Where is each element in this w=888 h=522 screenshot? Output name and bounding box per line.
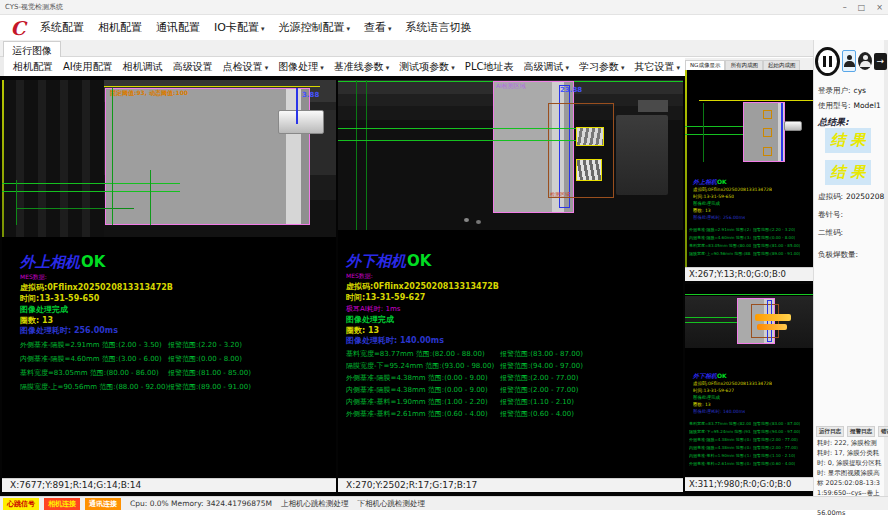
threshold-overlay-text: 固定阈值:93, 动态阈值:100: [110, 89, 188, 98]
menu-camera-config[interactable]: 相机配置: [91, 20, 149, 35]
alarm-range: 报警范围:(81.00 - 85.00): [168, 368, 251, 378]
tool-camera-debug[interactable]: 相机调试: [118, 60, 168, 74]
mini-mark: [763, 110, 772, 119]
mini-proc: 图像处理耗时: 140.00ms: [693, 409, 745, 414]
menu-system-config[interactable]: 系统配置: [33, 20, 91, 35]
thumb-tab-start-frames[interactable]: 起始内成图: [763, 60, 801, 70]
result-badge-upper: 结 果: [825, 128, 871, 153]
camera-connect-badge: 相机连接: [44, 498, 80, 510]
virtual-code-line: 虚拟码:0Fflinx2025020813313472B: [346, 281, 499, 292]
minimize-button[interactable]: –: [843, 3, 847, 12]
highlight-mark: [755, 314, 791, 321]
mini-measurement: 报警范围:(89.00 - 91.00): [753, 251, 800, 256]
chevron-down-icon: ▾: [320, 64, 324, 72]
ok-status: OK: [407, 252, 431, 270]
mini-mark: [763, 128, 772, 137]
camera-image-left[interactable]: 固定阈值:93, 动态阈值:100 3.88: [2, 80, 336, 237]
mini-loops: 圈数: 13: [693, 402, 711, 407]
menu-view[interactable]: 查看▾: [357, 20, 399, 35]
tool-advanced-settings[interactable]: 高级设置: [168, 60, 218, 74]
thumbnail-lower-camera[interactable]: 外下相机OK 虚拟码:0Fflinx2025020813313472B 时间:1…: [685, 284, 813, 477]
close-button[interactable]: ×: [876, 3, 883, 12]
mini-time: 时间:13-31-59-627: [693, 388, 734, 393]
tool-ai-usage-config[interactable]: AI使用配置: [58, 60, 118, 74]
alarm-range: 报警范围:(0.00 - 8.00): [168, 354, 242, 364]
measurement-value: 基料宽度=83.05mm 范围:(80.00 - 86.00): [20, 368, 159, 378]
thumb-tab-ng-display[interactable]: NG成像显示: [685, 60, 725, 70]
pause-button[interactable]: [815, 47, 840, 76]
green-measure-line: [2, 183, 180, 184]
mini-mark: [763, 147, 772, 156]
log-tab-alarm[interactable]: 报警日志: [847, 426, 875, 437]
login-user-button[interactable]: [842, 50, 856, 72]
ai-time-line: 极耳AI耗时: 1ms: [346, 304, 400, 314]
green-measure-line: [16, 180, 17, 225]
alarm-range: 报警范围:(2.00 - 77.00): [500, 385, 578, 395]
blue-measure-label: 23.88: [560, 86, 582, 94]
tool-learning-params[interactable]: 学习参数▾: [574, 60, 630, 74]
window-title: CYS-视觉检测系统: [5, 2, 63, 12]
chevron-down-icon: ▾: [265, 64, 269, 72]
cursor-status-thumb1: X:267;Y:13;R:0;G:0;B:0: [685, 267, 813, 281]
tool-baseline-params[interactable]: 基准线参数▾: [329, 60, 395, 74]
green-measure-line: [685, 322, 737, 323]
measurement-value: 隔膜宽度-下=95.24mm 范围:(93.00 - 98.00): [346, 361, 494, 371]
cursor-status-thumb2: X:311;Y:980;R:0;G:0;B:0: [685, 477, 813, 491]
highlight-mark: [757, 324, 787, 330]
log-tab-run[interactable]: 运行日志: [816, 426, 844, 437]
tool-image-processing[interactable]: 图像处理▾: [273, 60, 329, 74]
tool-camera-config[interactable]: 相机配置: [8, 60, 58, 74]
mini-measurement: 外侧基准-隔膜=4.38mm 范围:(0.00 - 9.00): [689, 437, 751, 442]
ok-status: OK: [81, 253, 105, 271]
menu-language-switch[interactable]: 系统语言切换: [398, 20, 478, 35]
mini-camera-title: 外下相机OK: [693, 372, 727, 381]
cursor-status-left: X:7677;Y:891;R:14;G:14;B:14: [2, 478, 336, 492]
alarm-range: 报警范围:(1.10 - 2.10): [500, 397, 574, 407]
tab-roi-rect: [751, 304, 779, 338]
tool-test-params[interactable]: 测试项参数▾: [394, 60, 460, 74]
log-tab-error[interactable]: 错误日志: [878, 426, 888, 437]
tab-roi-rect: [548, 103, 614, 198]
measurement-value: 外侧基准-基料=2.61mm 范围:(0.60 - 4.00): [346, 409, 488, 419]
tab-detect-rect: [576, 159, 602, 181]
camera-title-middle: 外下相机OK: [346, 252, 431, 271]
machine-dot: [464, 218, 469, 222]
camera-image-middle[interactable]: AI检测区域 23.88 检测区域: [338, 80, 683, 230]
mini-measurement: 外侧基准-基料=2.61mm 范围:(0.60 - 4.00): [689, 461, 751, 466]
mini-code: 虚拟码:0Fflinx2025020813313472B: [693, 187, 772, 192]
operator-button[interactable]: [858, 50, 872, 72]
tab-detect-rect: [576, 127, 604, 146]
tool-plc-address-table[interactable]: PLC地址表: [460, 60, 519, 74]
mes-label: MES数据:: [20, 273, 47, 282]
blue-measure-rect: [767, 300, 772, 342]
thumbnail-upper-camera[interactable]: 外上相机OK 虚拟码:0Fflinx2025020813313472B 时间:1…: [685, 70, 813, 267]
login-user-row: 登录用户:cys: [818, 86, 866, 96]
green-measure-line: [338, 128, 576, 129]
mini-measurement: 内侧基准-隔膜=4.60mm 范围:(3.00 - 6.00): [689, 235, 751, 240]
measurement-value: 内侧基准-隔膜=4.38mm 范围:(0.00 - 9.00): [346, 385, 488, 395]
green-measure-line: [703, 103, 704, 162]
edge-marker-line: [685, 70, 687, 267]
menu-light-config[interactable]: 光源控制配置▾: [271, 20, 357, 35]
metal-tab: [784, 121, 802, 131]
tool-advanced-debug[interactable]: 高级调试▾: [518, 60, 574, 74]
chevron-down-icon: ▾: [565, 64, 569, 72]
green-measure-line: [16, 208, 134, 209]
measurement-value: 内侧基准-隔膜=4.60mm 范围:(3.00 - 6.00): [20, 354, 162, 364]
exit-door-icon: →: [874, 53, 887, 70]
exit-button[interactable]: →: [874, 50, 887, 72]
control-sidebar: → 登录用户:cys 使用型号:Model1 总结果: 结 果 结 果 虚拟码:…: [813, 40, 888, 496]
chevron-down-icon: ▾: [451, 64, 455, 72]
tool-other-settings[interactable]: 其它设置▾: [629, 60, 685, 74]
app-logo-icon: C: [3, 17, 33, 39]
thumb-tab-all-frames[interactable]: 所有内成图: [725, 60, 763, 70]
yellow-baseline: [699, 100, 813, 101]
tool-spot-check[interactable]: 点检设置▾: [218, 60, 274, 74]
upper-camera-heartbeat-text: 上相机心跳检测处理: [281, 499, 349, 509]
menu-comm-config[interactable]: 通讯配置: [149, 20, 207, 35]
process-done-line: 图像处理完成: [346, 314, 394, 325]
tab-run-image[interactable]: 运行图像: [3, 41, 61, 57]
menu-io-config[interactable]: IO卡配置▾: [207, 20, 271, 35]
blue-measure-line: [296, 88, 298, 124]
maximize-button[interactable]: □: [858, 3, 866, 12]
